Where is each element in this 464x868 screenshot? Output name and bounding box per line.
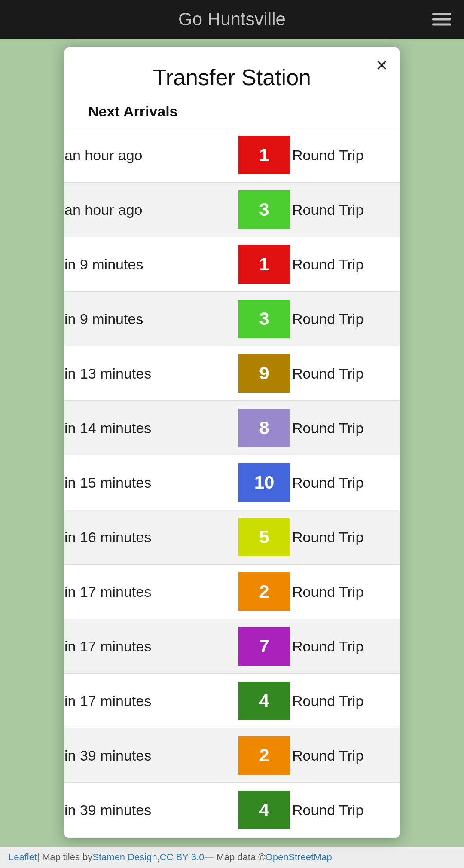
cc-link[interactable]: CC BY 3.0 — [160, 852, 205, 863]
top-bar: Go Huntsville — [0, 0, 464, 39]
table-row: in 14 minutes8Round Trip — [64, 401, 400, 455]
attribution-text-3: — Map data © — [204, 852, 265, 863]
arrival-type: Round Trip — [292, 346, 400, 401]
arrival-type: Round Trip — [292, 128, 400, 183]
route-badge-cell: 9 — [236, 346, 292, 401]
leaflet-link[interactable]: Leaflet — [9, 852, 37, 863]
table-row: in 13 minutes9Round Trip — [64, 346, 400, 401]
arrival-time: in 16 minutes — [64, 510, 236, 565]
arrival-type: Round Trip — [292, 183, 400, 237]
table-row: in 16 minutes5Round Trip — [64, 510, 400, 565]
hamburger-menu-button[interactable] — [432, 13, 451, 26]
arrival-time: an hour ago — [64, 183, 236, 237]
stamen-link[interactable]: Stamen Design — [92, 852, 157, 863]
route-badge-cell: 2 — [236, 565, 292, 619]
route-number-badge: 9 — [238, 354, 290, 393]
table-row: in 9 minutes3Round Trip — [64, 292, 400, 346]
route-number-badge: 2 — [238, 736, 290, 775]
arrival-time: in 17 minutes — [64, 619, 236, 674]
arrival-time: in 17 minutes — [64, 565, 236, 619]
arrival-type: Round Trip — [292, 237, 400, 292]
hamburger-line-3 — [432, 24, 451, 26]
modal-overlay: × Transfer Station Next Arrivals an hour… — [0, 39, 464, 847]
arrival-type: Round Trip — [292, 674, 400, 728]
arrival-type: Round Trip — [292, 401, 400, 455]
osm-link[interactable]: OpenStreetMap — [266, 852, 332, 863]
route-badge-cell: 3 — [236, 292, 292, 346]
route-number-badge: 10 — [238, 463, 290, 502]
route-number-badge: 3 — [238, 300, 290, 338]
arrival-type: Round Trip — [292, 565, 400, 619]
arrival-time: in 39 minutes — [64, 728, 236, 783]
route-number-badge: 3 — [238, 190, 290, 229]
arrival-type: Round Trip — [292, 292, 400, 346]
arrival-type: Round Trip — [292, 510, 400, 565]
table-row: in 15 minutes10Round Trip — [64, 455, 400, 510]
table-row: in 9 minutes1Round Trip — [64, 237, 400, 292]
arrival-time: in 13 minutes — [64, 346, 236, 401]
route-number-badge: 2 — [238, 572, 290, 611]
route-badge-cell: 10 — [236, 455, 292, 510]
hamburger-line-2 — [432, 18, 451, 21]
table-row: an hour ago3Round Trip — [64, 183, 400, 237]
app-title: Go Huntsville — [178, 9, 286, 30]
attribution-bar: Leaflet | Map tiles by Stamen Design , C… — [0, 847, 464, 868]
route-badge-cell: 8 — [236, 401, 292, 455]
arrival-time: in 9 minutes — [64, 237, 236, 292]
table-row: in 39 minutes2Round Trip — [64, 728, 400, 783]
route-badge-cell: 7 — [236, 619, 292, 674]
arrival-type: Round Trip — [292, 728, 400, 783]
table-row: in 39 minutes4Round Trip — [64, 783, 400, 837]
arrival-time: in 39 minutes — [64, 837, 236, 838]
arrival-time: in 17 minutes — [64, 674, 236, 728]
table-row: in 17 minutes4Round Trip — [64, 674, 400, 728]
arrival-type: Round Trip — [292, 837, 400, 838]
route-badge-cell: 4 — [236, 783, 292, 837]
route-badge-cell: 2 — [236, 728, 292, 783]
attribution-text-1: | Map tiles by — [37, 852, 92, 863]
arrival-time: in 39 minutes — [64, 783, 236, 837]
arrival-type: Round Trip — [292, 455, 400, 510]
table-row: in 39 minutes6Round Trip — [64, 837, 400, 838]
route-number-badge: 5 — [238, 518, 290, 556]
route-number-badge: 8 — [238, 409, 290, 447]
route-badge-cell: 6 — [236, 837, 292, 838]
route-number-badge: 1 — [238, 136, 290, 174]
table-row: in 17 minutes7Round Trip — [64, 619, 400, 674]
arrival-time: in 15 minutes — [64, 455, 236, 510]
route-badge-cell: 1 — [236, 237, 292, 292]
table-row: in 17 minutes2Round Trip — [64, 565, 400, 619]
route-number-badge: 4 — [238, 682, 290, 720]
table-row: an hour ago1Round Trip — [64, 128, 400, 183]
route-badge-cell: 4 — [236, 674, 292, 728]
hamburger-line-1 — [432, 13, 451, 15]
arrival-time: in 14 minutes — [64, 401, 236, 455]
modal-close-button[interactable]: × — [376, 55, 388, 75]
arrival-type: Round Trip — [292, 783, 400, 837]
route-number-badge: 4 — [238, 791, 290, 829]
arrival-time: an hour ago — [64, 128, 236, 183]
arrivals-table: an hour ago1Round Tripan hour ago3Round … — [64, 128, 400, 838]
section-label: Next Arrivals — [64, 99, 400, 128]
arrival-type: Round Trip — [292, 619, 400, 674]
arrival-time: in 9 minutes — [64, 292, 236, 346]
route-badge-cell: 3 — [236, 183, 292, 237]
route-number-badge: 7 — [238, 627, 290, 666]
arrivals-modal: × Transfer Station Next Arrivals an hour… — [64, 47, 400, 838]
modal-title: Transfer Station — [64, 47, 400, 99]
route-number-badge: 1 — [238, 245, 290, 284]
route-badge-cell: 1 — [236, 128, 292, 183]
route-badge-cell: 5 — [236, 510, 292, 565]
